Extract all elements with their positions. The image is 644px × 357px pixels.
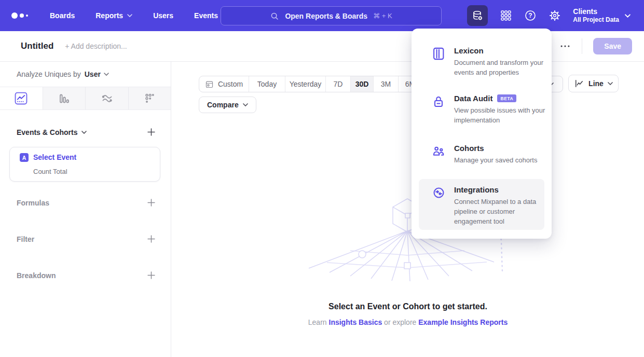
count-total-label[interactable]: Count Total bbox=[33, 168, 67, 175]
range-3m[interactable]: 3M bbox=[373, 76, 398, 92]
menu-item-desc: Document and transform your events and p… bbox=[454, 58, 546, 78]
analyze-value-dropdown[interactable]: User bbox=[85, 70, 109, 78]
menu-item-desc: Manage your saved cohorts bbox=[454, 156, 546, 166]
tab-flow-chart[interactable] bbox=[85, 87, 128, 109]
analyze-label: Analyze Uniques by bbox=[17, 70, 81, 78]
ellipsis-icon bbox=[559, 40, 571, 52]
nav-item-reports[interactable]: Reports bbox=[95, 11, 132, 20]
explore-middle: or explore bbox=[384, 318, 416, 326]
cohorts-people-icon bbox=[432, 144, 445, 166]
nav-item-events[interactable]: Events bbox=[194, 11, 218, 20]
plus-icon bbox=[147, 199, 155, 207]
chart-type-tabs bbox=[0, 87, 171, 110]
apps-grid-button[interactable] bbox=[500, 9, 512, 22]
filter-section: Filter bbox=[17, 234, 156, 244]
empty-state-subtitle: Learn Insights Basics or explore Example… bbox=[172, 318, 644, 326]
formulas-label: Formulas bbox=[17, 199, 49, 207]
calendar-icon bbox=[205, 80, 214, 89]
add-event-button[interactable] bbox=[146, 127, 156, 137]
range-30d-selected[interactable]: 30D bbox=[350, 76, 373, 92]
menu-item-desc: Connect Mixpanel to a data pipeline or c… bbox=[454, 197, 546, 227]
menu-item-desc: View possible issues with your implement… bbox=[454, 106, 546, 126]
project-switcher[interactable]: Clients All Project Data bbox=[573, 7, 631, 24]
menu-item-title: Data Audit bbox=[454, 94, 492, 103]
lexicon-book-icon bbox=[432, 46, 445, 78]
save-button[interactable]: Save bbox=[593, 38, 632, 54]
range-yesterday[interactable]: Yesterday bbox=[285, 76, 325, 92]
search-icon bbox=[270, 11, 279, 21]
query-sidebar: Analyze Uniques by User bbox=[0, 62, 171, 357]
gear-icon bbox=[549, 9, 561, 22]
learn-prefix: Learn bbox=[308, 318, 327, 326]
filter-label: Filter bbox=[17, 235, 34, 243]
tab-line-chart[interactable] bbox=[0, 87, 43, 109]
menu-item-title: Lexicon bbox=[454, 46, 546, 55]
range-7d[interactable]: 7D bbox=[325, 76, 350, 92]
compare-dropdown[interactable]: Compare bbox=[199, 97, 256, 113]
chevron-down-icon bbox=[104, 73, 109, 76]
more-options-button[interactable] bbox=[559, 40, 571, 52]
search-shortcut: ⌘ + K bbox=[373, 12, 392, 20]
beta-badge: BETA bbox=[497, 94, 516, 102]
event-card[interactable]: A Select Event Count Total bbox=[9, 147, 160, 182]
mixpanel-logo-icon[interactable] bbox=[11, 12, 28, 19]
top-nav: Boards Reports Users Events Open Reports… bbox=[0, 0, 644, 31]
line-chart-icon bbox=[15, 92, 28, 105]
search-placeholder: Open Reports & Boards bbox=[285, 12, 367, 20]
breakdown-section: Breakdown bbox=[17, 270, 156, 280]
divider bbox=[582, 38, 582, 54]
menu-item-integrations[interactable]: Integrations Connect Mixpanel to a data … bbox=[419, 179, 544, 230]
range-custom[interactable]: Custom bbox=[199, 76, 249, 92]
plus-icon bbox=[147, 128, 155, 136]
database-gear-icon bbox=[471, 9, 484, 22]
nav-item-boards[interactable]: Boards bbox=[50, 11, 75, 20]
report-canvas: Custom Today Yesterday 7D 30D 3M 6M Comp… bbox=[172, 62, 644, 357]
bar-chart-icon bbox=[58, 92, 70, 105]
empty-state-title: Select an Event or Cohort to get started… bbox=[172, 302, 644, 311]
tab-metrics[interactable] bbox=[128, 87, 171, 109]
global-search-input[interactable]: Open Reports & Boards ⌘ + K bbox=[221, 6, 442, 25]
project-scope: All Project Data bbox=[573, 16, 619, 24]
plus-icon bbox=[147, 271, 155, 279]
menu-item-lexicon[interactable]: Lexicon Document and transform your even… bbox=[419, 40, 544, 84]
chevron-down-icon bbox=[81, 131, 87, 134]
add-breakdown-button[interactable] bbox=[146, 270, 156, 280]
events-cohorts-header: Events & Cohorts bbox=[17, 127, 156, 137]
menu-item-cohorts[interactable]: Cohorts Manage your saved cohorts bbox=[419, 138, 544, 172]
menu-item-title: Cohorts bbox=[454, 144, 546, 153]
nav-item-users[interactable]: Users bbox=[153, 11, 173, 20]
menu-item-data-audit[interactable]: Data Audit BETA View possible issues wit… bbox=[419, 88, 544, 132]
flow-icon bbox=[101, 92, 113, 105]
range-today[interactable]: Today bbox=[249, 76, 285, 92]
nav-right-cluster: ? Clients All Project Data bbox=[467, 0, 644, 31]
report-description-placeholder[interactable]: + Add description... bbox=[65, 42, 127, 50]
grid-icon bbox=[500, 9, 512, 22]
add-formula-button[interactable] bbox=[146, 198, 156, 208]
chevron-down-icon bbox=[243, 103, 248, 106]
chevron-down-icon bbox=[608, 82, 613, 85]
example-reports-link[interactable]: Example Insights Reports bbox=[418, 318, 508, 326]
data-management-button[interactable] bbox=[467, 5, 488, 26]
events-cohorts-label[interactable]: Events & Cohorts bbox=[17, 128, 87, 136]
data-audit-lock-icon bbox=[432, 94, 445, 126]
insights-basics-link[interactable]: Insights Basics bbox=[329, 318, 382, 326]
settings-button[interactable] bbox=[549, 9, 561, 22]
help-button[interactable]: ? bbox=[524, 9, 537, 22]
line-style-icon bbox=[574, 78, 584, 89]
nav-links: Boards Reports Users Events bbox=[50, 11, 218, 20]
chevron-down-icon bbox=[625, 14, 631, 18]
chart-style-dropdown[interactable]: Line bbox=[568, 75, 619, 92]
integrations-sync-icon bbox=[432, 185, 445, 224]
formulas-section: Formulas bbox=[17, 198, 156, 208]
select-event-label[interactable]: Select Event bbox=[33, 153, 76, 161]
data-management-menu: Lexicon Document and transform your even… bbox=[412, 29, 552, 239]
event-series-badge: A bbox=[20, 153, 29, 162]
analyze-row: Analyze Uniques by User bbox=[17, 70, 109, 78]
chevron-down-icon bbox=[127, 14, 132, 17]
tab-bar-chart[interactable] bbox=[43, 87, 86, 109]
menu-item-title: Integrations bbox=[454, 185, 546, 194]
report-title[interactable]: Untitled bbox=[21, 41, 53, 51]
add-filter-button[interactable] bbox=[146, 234, 156, 244]
app-window: Boards Reports Users Events Open Reports… bbox=[0, 0, 644, 357]
help-icon: ? bbox=[524, 9, 537, 22]
